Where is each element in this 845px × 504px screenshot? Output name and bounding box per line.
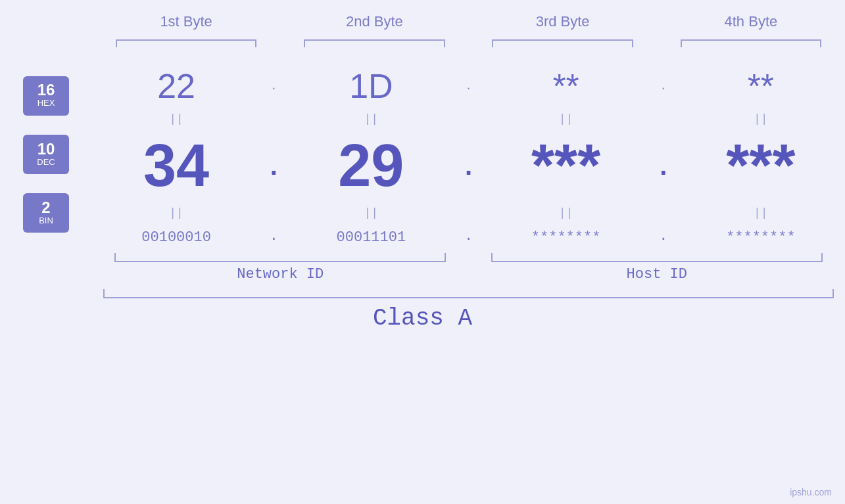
hex-b3: **	[482, 60, 650, 109]
dec-b2: 29	[287, 129, 455, 203]
bracket-col2	[280, 34, 468, 53]
big-bottom-bracket	[103, 289, 834, 298]
top-bracket-3	[492, 39, 633, 47]
byte2-header: 2nd Byte	[280, 13, 468, 30]
bin-num: 2	[41, 200, 50, 216]
hex-dot2: .	[456, 76, 482, 93]
main-container: 1st Byte 2nd Byte 3rd Byte 4th Byte 16 H…	[0, 0, 845, 504]
big-bracket-container	[92, 289, 845, 298]
eq2-b2: ||	[287, 206, 455, 219]
bracket-col3	[469, 34, 657, 53]
network-bottom-bracket	[114, 253, 446, 262]
dec-badge: 10 DEC	[23, 135, 69, 174]
id-labels: Network ID Host ID	[0, 266, 845, 283]
dec-dot3: .	[650, 151, 677, 181]
bin-dot3: .	[650, 228, 677, 244]
top-bracket-2	[304, 39, 445, 47]
bin-dot2: .	[456, 228, 482, 244]
dec-b4: ***	[677, 129, 845, 203]
bracket-col4	[657, 34, 845, 53]
bin-b1: 00100010	[92, 223, 260, 249]
hex-name: HEX	[37, 98, 55, 109]
eq2-b1: ||	[92, 206, 260, 219]
class-label: Class A	[0, 305, 845, 332]
eq2-b3: ||	[482, 206, 650, 219]
dec-row: 34 . 29 . *** . ***	[92, 129, 845, 203]
bin-b3: ********	[482, 223, 650, 249]
top-brackets	[0, 34, 845, 53]
top-bracket-1	[116, 39, 257, 47]
bin-b4: ********	[677, 223, 845, 249]
dec-b1: 34	[92, 129, 260, 203]
eq1-b1: ||	[92, 112, 260, 126]
hex-dot3: .	[650, 76, 677, 93]
dec-dot2: .	[456, 151, 482, 181]
host-bottom-bracket	[491, 253, 823, 262]
hex-num: 16	[37, 82, 55, 98]
hex-b4: **	[677, 60, 845, 109]
hex-b1: 22	[92, 60, 260, 109]
bracket-col1	[92, 34, 280, 53]
equals-row-2: || || || ||	[92, 203, 845, 223]
dec-name: DEC	[37, 157, 55, 168]
eq2-b4: ||	[677, 206, 845, 219]
top-bracket-4	[681, 39, 822, 47]
host-bracket-container	[469, 253, 846, 262]
bin-row: 00100010 . 00011101 . ******** . *******…	[92, 223, 845, 249]
hex-dot1: .	[260, 76, 287, 93]
watermark: ipshu.com	[790, 487, 832, 497]
byte4-header: 4th Byte	[657, 13, 845, 30]
host-id-label: Host ID	[469, 266, 846, 283]
data-rows-container: 22 . 1D . ** . ** || || || || 34	[92, 60, 845, 249]
bottom-brackets-row	[0, 253, 845, 262]
bin-b2: 00011101	[287, 223, 455, 249]
bin-dot1: .	[260, 228, 287, 244]
eq1-b3: ||	[482, 112, 650, 126]
byte1-header: 1st Byte	[92, 13, 280, 30]
bin-badge: 2 BIN	[23, 193, 69, 233]
hex-badge: 16 HEX	[23, 76, 69, 116]
byte3-header: 3rd Byte	[469, 13, 657, 30]
eq1-b4: ||	[677, 112, 845, 126]
network-id-label: Network ID	[92, 266, 469, 283]
main-rows: 16 HEX 10 DEC 2 BIN 22 . 1D . ** . **	[0, 60, 845, 249]
dec-num: 10	[37, 141, 55, 157]
dec-b3: ***	[482, 129, 650, 203]
equals-row-1: || || || ||	[92, 109, 845, 129]
base-labels-column: 16 HEX 10 DEC 2 BIN	[0, 60, 92, 249]
eq1-b2: ||	[287, 112, 455, 126]
bin-name: BIN	[39, 216, 53, 227]
network-bracket-container	[92, 253, 469, 262]
hex-row: 22 . 1D . ** . **	[92, 60, 845, 109]
dec-dot1: .	[260, 151, 287, 181]
hex-b2: 1D	[287, 60, 455, 109]
byte-headers: 1st Byte 2nd Byte 3rd Byte 4th Byte	[0, 13, 845, 30]
